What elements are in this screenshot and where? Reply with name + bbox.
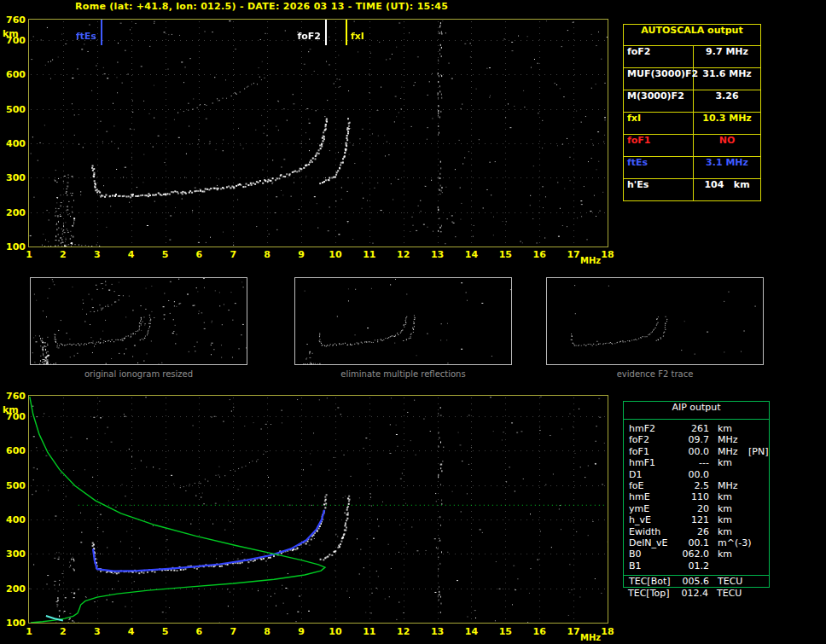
aip-unit: MHz — [709, 434, 747, 445]
autoscala-value: 3.1 MHz — [694, 157, 760, 178]
aip-param: foF1 — [624, 446, 677, 457]
autoscala-value: 10.3 MHz — [694, 113, 760, 134]
x-tick-label-bottom: 6 — [196, 626, 203, 637]
aip-value: 26 — [677, 526, 709, 537]
aip-unit: km — [709, 514, 747, 525]
aip-row: hmF2261km — [624, 423, 769, 434]
x-tick-label-bottom: 15 — [499, 626, 512, 637]
y-tick-label-bottom: 400 — [0, 514, 26, 525]
autoscala-param: h'Es — [624, 179, 694, 200]
x-tick-label-bottom: 5 — [162, 626, 169, 637]
aip-row: D100.0 — [624, 469, 769, 480]
aip-note — [747, 514, 769, 525]
autoscala-value: 31.6 MHz — [694, 68, 760, 90]
autoscala-value: NO — [694, 135, 760, 156]
aip-title: AIP output — [624, 402, 769, 420]
thumbnail-original-ionogram — [30, 277, 247, 365]
autoscala-param: fxI — [624, 113, 694, 134]
x-tick-label-top: 12 — [397, 249, 410, 260]
aip-row: foF209.7MHz — [624, 434, 769, 445]
thumbnail-caption-multiple-reflections: eliminate multiple reflections — [294, 369, 512, 379]
aip-unit: km — [709, 503, 747, 514]
aip-value: 261 — [677, 423, 709, 434]
aip-tec-row: TEC[Top]012.4TECU — [623, 588, 770, 599]
y-tick-label-top: 300 — [0, 172, 26, 183]
x-tick-label-top: 17 — [567, 249, 579, 260]
aip-unit: km — [709, 526, 747, 537]
x-tick-label-top: 13 — [431, 249, 444, 260]
x-tick-label-bottom: 4 — [128, 626, 135, 637]
x-tick-label-top: 16 — [533, 249, 546, 260]
x-tick-label-top: 9 — [298, 249, 305, 260]
aip-unit: km — [709, 491, 747, 502]
aip-note — [747, 469, 769, 480]
x-tick-label-bottom: 12 — [397, 626, 410, 637]
x-tick-label-bottom: 18 — [601, 626, 614, 637]
y-tick-label-top: 760 — [0, 15, 26, 26]
aip-row: Ewidth26km — [624, 526, 769, 537]
x-axis-unit-label-top: MHz — [580, 256, 601, 265]
aip-tec-bot-row-slot: TEC[Bot]005.6TECU — [624, 576, 769, 587]
autoscala-row: foF1NO — [624, 135, 760, 157]
x-tick-label-bottom: 8 — [264, 626, 270, 637]
aip-row: ymE20km — [624, 503, 769, 514]
ionogram-canvas-top — [29, 20, 608, 247]
y-tick-label-top: 500 — [0, 104, 26, 115]
x-tick-label-top: 3 — [94, 249, 101, 260]
y-tick-label-top: 200 — [0, 207, 26, 218]
autoscala-output-table: AUTOSCALA output foF29.7 MHzMUF(3000)F23… — [623, 24, 761, 201]
thumbnail-canvas-multiple-reflections — [295, 278, 511, 364]
autoscala-title: AUTOSCALA output — [624, 25, 760, 46]
autoscala-value: 104 km — [694, 179, 760, 200]
aip-unit — [709, 560, 747, 571]
autoscala-rows: foF29.7 MHzMUF(3000)F231.6 MHzM(3000)F23… — [624, 46, 760, 200]
aip-value: 012.4 — [676, 588, 708, 599]
aip-value: --- — [677, 457, 709, 468]
aip-row: foF100.0MHz[PN] — [624, 446, 769, 457]
autoscala-param: foF2 — [624, 46, 694, 67]
autoscala-value: 9.7 MHz — [694, 46, 760, 67]
aip-output-table: AIP output hmF2261kmfoF209.7MHzfoF100.0M… — [623, 401, 770, 600]
aip-note — [747, 480, 769, 491]
thumbnail-multiple-reflections — [294, 277, 512, 365]
autoscala-row: ftEs3.1 MHz — [624, 157, 760, 179]
aip-row: h_vE121km — [624, 514, 769, 525]
autoscala-row: h'Es104 km — [624, 179, 760, 200]
aip-tec-top-row-slot: TEC[Top]012.4TECU — [623, 588, 770, 599]
aip-note — [747, 526, 769, 537]
aip-note — [747, 503, 769, 514]
x-tick-label-top: 4 — [128, 249, 135, 260]
aip-unit: MHz — [709, 446, 747, 457]
aip-note — [747, 548, 769, 560]
aip-value: 005.6 — [677, 576, 709, 587]
x-tick-label-top: 8 — [264, 249, 270, 260]
aip-value: 062.0 — [677, 548, 709, 560]
aip-row: DelN_vE00.1m^(-3) — [624, 537, 769, 548]
aip-param: TEC[Top] — [623, 588, 676, 599]
autoscala-row: foF29.7 MHz — [624, 46, 760, 68]
aip-rows: hmF2261kmfoF209.7MHzfoF100.0MHz[PN]hmF1-… — [624, 420, 769, 573]
aip-note — [747, 560, 769, 571]
x-tick-label-bottom: 17 — [567, 626, 579, 637]
aip-unit: TECU — [708, 588, 746, 599]
thumbnail-canvas-f2-trace — [547, 278, 763, 364]
aip-value: 00.1 — [677, 537, 709, 548]
y-tick-label-top: 400 — [0, 138, 26, 149]
aip-unit: TECU — [709, 576, 747, 587]
aip-note — [747, 423, 769, 434]
aip-box: AIP output hmF2261kmfoF209.7MHzfoF100.0M… — [623, 401, 770, 588]
autoscala-param: foF1 — [624, 135, 694, 156]
x-tick-label-top: 2 — [60, 249, 67, 260]
aip-param: B0 — [624, 548, 677, 560]
aip-unit — [709, 469, 747, 480]
aip-value: 00.0 — [677, 446, 709, 457]
thumbnail-canvas-original — [31, 278, 247, 364]
aip-note — [747, 537, 769, 548]
aip-note — [747, 491, 769, 502]
thumbnail-caption-original: original ionogram resized — [30, 369, 247, 379]
aip-value: 01.2 — [677, 560, 709, 571]
x-tick-label-bottom: 13 — [431, 626, 444, 637]
aip-value: 09.7 — [677, 434, 709, 445]
autoscala-param: ftEs — [624, 157, 694, 178]
x-tick-label-bottom: 1 — [26, 626, 32, 637]
